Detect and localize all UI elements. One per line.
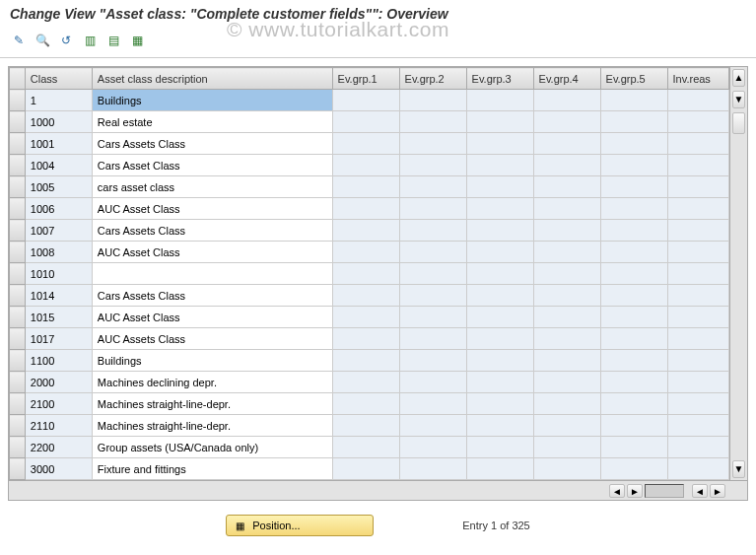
row-selector[interactable]	[10, 176, 26, 198]
cell-ev5[interactable]	[600, 263, 667, 285]
cell-class[interactable]: 1	[25, 90, 92, 111]
cell-inv[interactable]	[667, 350, 728, 372]
cell-ev5[interactable]	[600, 111, 667, 133]
cell-ev5[interactable]	[600, 133, 667, 155]
scroll-down-small-icon[interactable]: ▼	[732, 91, 745, 108]
cell-desc[interactable]: Fixture and fittings	[92, 458, 332, 480]
cell-ev1[interactable]	[332, 155, 399, 176]
table-row[interactable]: 2110Machines straight-line-depr.	[10, 415, 729, 437]
toolbar-btn-1[interactable]: ✎	[10, 32, 28, 49]
cell-inv[interactable]	[667, 111, 728, 133]
table-row[interactable]: 1008AUC Asset Class	[10, 242, 729, 263]
cell-ev4[interactable]	[533, 263, 600, 285]
scroll-down-icon[interactable]: ▼	[732, 460, 745, 478]
cell-class[interactable]: 2200	[25, 437, 92, 458]
cell-ev3[interactable]	[466, 328, 533, 350]
cell-ev3[interactable]	[466, 285, 533, 307]
cell-ev4[interactable]	[533, 133, 600, 155]
toolbar-btn-5[interactable]: ▤	[104, 32, 122, 49]
cell-ev2[interactable]	[399, 393, 466, 415]
cell-desc[interactable]: AUC Assets Class	[92, 328, 332, 350]
table-row[interactable]: 2200Group assets (USA/Canada only)	[10, 437, 729, 458]
row-selector[interactable]	[10, 285, 26, 307]
cell-ev3[interactable]	[466, 198, 533, 220]
table-row[interactable]: 1006AUC Asset Class	[10, 198, 729, 220]
table-row[interactable]: 2000Machines declining depr.	[10, 372, 729, 393]
hscroll-track-left[interactable]	[645, 484, 684, 498]
cell-ev4[interactable]	[533, 155, 600, 176]
cell-class[interactable]: 1006	[25, 198, 92, 220]
table-row[interactable]: 1001Cars Assets Class	[10, 133, 729, 155]
cell-ev5[interactable]	[600, 415, 667, 437]
cell-ev1[interactable]	[332, 263, 399, 285]
cell-inv[interactable]	[667, 133, 728, 155]
cell-desc[interactable]: AUC Asset Class	[92, 198, 332, 220]
cell-ev5[interactable]	[600, 285, 667, 307]
cell-class[interactable]: 2110	[25, 415, 92, 437]
cell-ev1[interactable]	[332, 307, 399, 328]
cell-ev2[interactable]	[399, 155, 466, 176]
row-selector[interactable]	[10, 372, 26, 393]
cell-class[interactable]: 1014	[25, 285, 92, 307]
table-row[interactable]: 1100Buildings	[10, 350, 729, 372]
table-row[interactable]: 1Buildings	[10, 90, 729, 111]
cell-inv[interactable]	[667, 328, 728, 350]
cell-ev5[interactable]	[600, 90, 667, 111]
cell-desc[interactable]: Buildings	[92, 90, 332, 111]
cell-ev5[interactable]	[600, 458, 667, 480]
cell-desc[interactable]: Cars Assets Class	[92, 220, 332, 242]
cell-ev2[interactable]	[399, 415, 466, 437]
cell-ev5[interactable]	[600, 155, 667, 176]
table-row[interactable]: 1004Cars Asset Class	[10, 155, 729, 176]
cell-ev2[interactable]	[399, 220, 466, 242]
cell-ev3[interactable]	[466, 372, 533, 393]
table-row[interactable]: 1014Cars Assets Class	[10, 285, 729, 307]
cell-desc[interactable]: Machines declining depr.	[92, 372, 332, 393]
cell-ev1[interactable]	[332, 328, 399, 350]
table-row[interactable]: 3000Fixture and fittings	[10, 458, 729, 480]
cell-ev1[interactable]	[332, 285, 399, 307]
cell-ev3[interactable]	[466, 393, 533, 415]
row-selector[interactable]	[10, 155, 26, 176]
row-selector[interactable]	[10, 90, 26, 111]
row-selector[interactable]	[10, 415, 26, 437]
cell-desc[interactable]: Buildings	[92, 350, 332, 372]
cell-desc[interactable]: Machines straight-line-depr.	[92, 415, 332, 437]
cell-class[interactable]: 1007	[25, 220, 92, 242]
cell-ev4[interactable]	[533, 307, 600, 328]
col-ev5[interactable]: Ev.grp.5	[600, 68, 667, 90]
cell-inv[interactable]	[667, 415, 728, 437]
cell-ev3[interactable]	[466, 133, 533, 155]
cell-ev4[interactable]	[533, 415, 600, 437]
cell-ev4[interactable]	[533, 437, 600, 458]
cell-ev2[interactable]	[399, 133, 466, 155]
cell-ev3[interactable]	[466, 350, 533, 372]
cell-ev4[interactable]	[533, 198, 600, 220]
row-selector[interactable]	[10, 111, 26, 133]
cell-class[interactable]: 1100	[25, 350, 92, 372]
cell-ev1[interactable]	[332, 415, 399, 437]
row-selector[interactable]	[10, 328, 26, 350]
cell-ev5[interactable]	[600, 198, 667, 220]
cell-ev1[interactable]	[332, 242, 399, 263]
col-inv[interactable]: Inv.reas	[667, 68, 728, 90]
cell-inv[interactable]	[667, 220, 728, 242]
toolbar-btn-6[interactable]: ▦	[128, 32, 146, 49]
cell-inv[interactable]	[667, 198, 728, 220]
toolbar-btn-3[interactable]: ↺	[57, 32, 75, 49]
row-selector[interactable]	[10, 133, 26, 155]
cell-ev1[interactable]	[332, 437, 399, 458]
cell-ev4[interactable]	[533, 220, 600, 242]
cell-class[interactable]: 1008	[25, 242, 92, 263]
cell-ev1[interactable]	[332, 372, 399, 393]
cell-ev1[interactable]	[332, 198, 399, 220]
cell-desc[interactable]	[92, 263, 332, 285]
cell-ev3[interactable]	[466, 176, 533, 198]
cell-ev2[interactable]	[399, 90, 466, 111]
cell-ev3[interactable]	[466, 111, 533, 133]
hscroll-left-icon[interactable]: ◄	[609, 484, 625, 498]
cell-ev2[interactable]	[399, 198, 466, 220]
cell-ev1[interactable]	[332, 458, 399, 480]
cell-class[interactable]: 3000	[25, 458, 92, 480]
cell-ev2[interactable]	[399, 285, 466, 307]
